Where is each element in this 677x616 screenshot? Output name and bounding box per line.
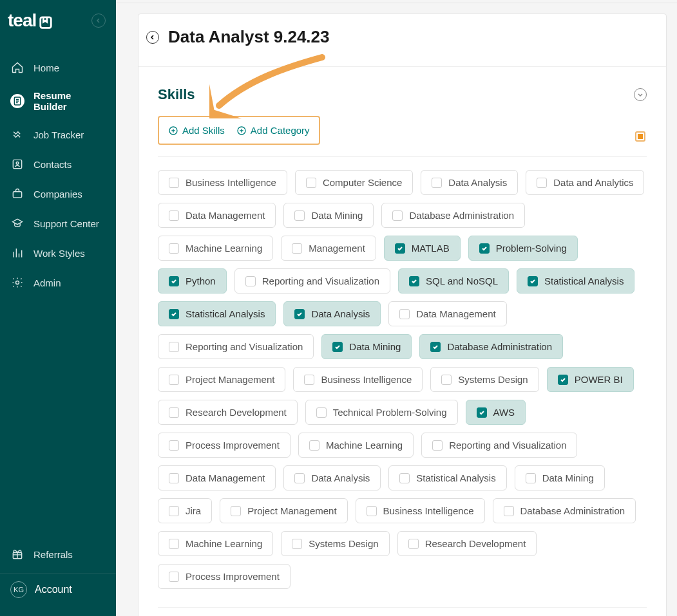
skill-chip[interactable]: Data Analysis xyxy=(283,465,381,490)
collapse-section-button[interactable] xyxy=(634,88,647,101)
skill-chip[interactable]: Project Management xyxy=(220,498,347,523)
sidebar-item-home[interactable]: Home xyxy=(0,54,116,81)
skill-chip[interactable]: Reporting and Visualization xyxy=(421,433,577,458)
skill-chip[interactable]: Reporting and Visualization xyxy=(158,334,314,359)
skill-chip[interactable]: Machine Learning xyxy=(298,433,414,458)
skill-chip[interactable]: Statistical Analysis xyxy=(158,301,276,326)
skill-chip[interactable]: Database Administration xyxy=(419,334,563,359)
skill-chip-label: Reporting and Visualization xyxy=(262,275,379,286)
checkbox-checked-icon xyxy=(409,276,419,286)
skill-chip-label: Computer Science xyxy=(323,177,402,188)
skill-chip[interactable]: Statistical Analysis xyxy=(517,268,634,294)
skill-chip[interactable]: Business Intelligence xyxy=(293,367,423,392)
skill-chip[interactable]: Business Intelligence xyxy=(356,498,485,523)
add-category-button[interactable]: Add Category xyxy=(236,125,310,136)
page-title: Data Analyst 9.24.23 xyxy=(168,27,330,47)
skill-chip-label: Data Mining xyxy=(349,341,401,352)
skill-chip[interactable]: Technical Problem-Solving xyxy=(305,400,458,425)
skill-chip[interactable]: Systems Design xyxy=(430,367,539,392)
sidebar-item-support[interactable]: Support Center xyxy=(0,210,116,237)
skill-chip[interactable]: Machine Learning xyxy=(158,236,273,261)
skill-chip-label: Database Administration xyxy=(409,210,514,221)
back-button[interactable] xyxy=(146,31,159,44)
skill-chip-label: Data Management xyxy=(186,472,265,483)
skill-chip-label: Technical Problem-Solving xyxy=(333,407,447,418)
skills-chip-list: Business IntelligenceComputer ScienceDat… xyxy=(158,170,647,608)
sidebar-item-admin[interactable]: Admin xyxy=(0,269,116,296)
tracker-icon xyxy=(10,127,24,142)
skill-chip-label: Data and Analytics xyxy=(553,177,633,188)
checkbox-icon xyxy=(294,210,305,221)
skill-chip[interactable]: Database Administration xyxy=(493,498,636,523)
skill-chip[interactable]: Data Analysis xyxy=(283,301,381,326)
skill-chip[interactable]: Computer Science xyxy=(295,170,413,195)
skill-chip[interactable]: Jira xyxy=(158,498,212,523)
sidebar-item-companies[interactable]: Companies xyxy=(0,180,116,207)
skill-chip-label: Systems Design xyxy=(309,538,378,549)
checkbox-icon xyxy=(169,243,179,254)
add-skills-button[interactable]: Add Skills xyxy=(168,125,225,136)
skill-chip-label: Problem-Solving xyxy=(496,243,567,254)
skill-chip[interactable]: Data and Analytics xyxy=(526,170,644,195)
sidebar-item-referrals[interactable]: Referrals xyxy=(0,541,116,568)
skill-chip[interactable]: Database Administration xyxy=(381,203,525,228)
skill-chip[interactable]: Reporting and Visualization xyxy=(234,268,390,294)
skill-chip[interactable]: Process Improvement xyxy=(158,564,291,589)
checkbox-checked-icon xyxy=(169,309,179,319)
skill-chip-label: Systems Design xyxy=(458,374,528,385)
skill-chip[interactable]: Data Management xyxy=(158,465,276,490)
checkbox-icon xyxy=(399,309,410,319)
section-toggle[interactable] xyxy=(635,131,645,142)
skill-chip[interactable]: Machine Learning xyxy=(158,531,273,556)
svg-rect-0 xyxy=(41,17,52,28)
skill-chip[interactable]: POWER BI xyxy=(547,367,634,392)
skill-chip-label: Data Analysis xyxy=(311,308,370,319)
skill-chip[interactable]: Data Mining xyxy=(515,465,605,490)
collapse-sidebar-button[interactable] xyxy=(91,14,106,28)
checkbox-icon xyxy=(367,506,377,516)
checkbox-icon xyxy=(432,178,442,188)
skill-chip[interactable]: Problem-Solving xyxy=(468,236,578,261)
checkbox-checked-icon xyxy=(332,342,343,352)
skill-chip[interactable]: AWS xyxy=(466,400,526,425)
skill-chip-label: Python xyxy=(186,275,216,286)
skill-chip-label: Data Mining xyxy=(542,472,594,483)
skill-chip[interactable]: Data Mining xyxy=(283,203,374,228)
skill-chip[interactable]: Data Management xyxy=(158,203,276,228)
skill-chip[interactable]: Data Mining xyxy=(321,334,412,359)
checkbox-icon xyxy=(169,210,179,221)
sidebar-item-contacts[interactable]: Contacts xyxy=(0,151,116,178)
skill-chip[interactable]: Research Development xyxy=(158,400,298,425)
skill-chip[interactable]: Statistical Analysis xyxy=(388,465,506,490)
checkbox-icon xyxy=(526,473,536,483)
checkbox-checked-icon xyxy=(479,243,490,254)
skill-chip[interactable]: Project Management xyxy=(158,367,285,392)
skill-chip[interactable]: Research Development xyxy=(397,531,537,556)
skill-chip-label: POWER BI xyxy=(575,374,623,385)
checkbox-icon xyxy=(169,178,179,188)
skill-chip[interactable]: MATLAB xyxy=(384,236,461,261)
skill-chip-label: Project Management xyxy=(186,374,274,385)
sidebar-item-account[interactable]: KG Account xyxy=(0,573,116,606)
skill-chip[interactable]: Business Intelligence xyxy=(158,170,287,195)
skill-chip[interactable]: Management xyxy=(281,236,376,261)
sidebar-item-work-styles[interactable]: Work Styles xyxy=(0,239,116,266)
skill-chip[interactable]: SQL and NoSQL xyxy=(398,268,509,294)
sidebar-item-resume-builder[interactable]: Resume Builder xyxy=(0,84,116,118)
nav-label: Support Center xyxy=(33,218,99,229)
sidebar-item-job-tracker[interactable]: Job Tracker xyxy=(0,121,116,148)
skill-chip[interactable]: Data Management xyxy=(388,301,506,326)
skill-chip[interactable]: Process Improvement xyxy=(158,433,291,458)
gift-icon xyxy=(10,547,24,561)
skill-chip[interactable]: Data Analysis xyxy=(421,170,518,195)
styles-icon xyxy=(10,246,24,260)
skill-chip[interactable]: Python xyxy=(158,268,227,294)
checkbox-icon xyxy=(169,407,179,418)
skill-chip-label: Business Intelligence xyxy=(186,177,276,188)
checkbox-icon xyxy=(309,440,319,451)
skill-chip-label: Reporting and Visualization xyxy=(186,341,303,352)
skill-chip[interactable]: Systems Design xyxy=(281,531,389,556)
skill-chip-label: Business Intelligence xyxy=(383,505,474,516)
main-panel: Data Analyst 9.24.23 Skills xyxy=(116,0,677,616)
sidebar: teal Home Resume Builder Job Tracker xyxy=(0,0,116,616)
